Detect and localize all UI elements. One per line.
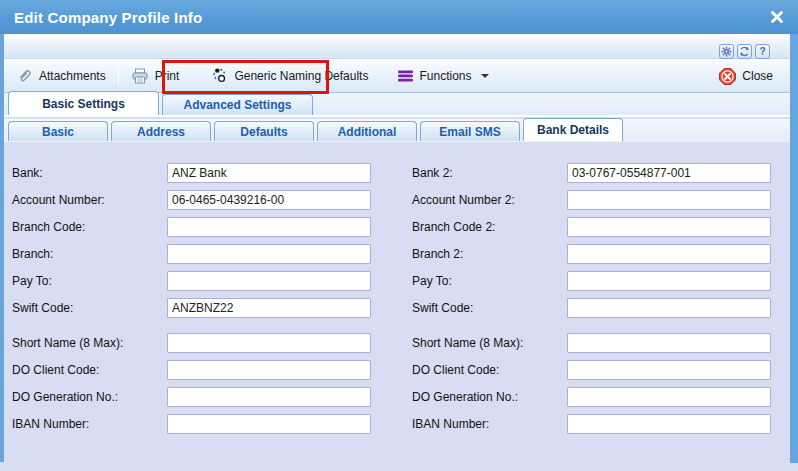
pay-to-label: Pay To:: [12, 274, 167, 288]
form-row: Short Name (8 Max):: [12, 333, 380, 353]
swift-code-2-input[interactable]: [567, 298, 771, 318]
close-label: Close: [742, 69, 773, 83]
secondary-strip: ?: [4, 34, 790, 59]
do-client-code-label: DO Client Code:: [12, 363, 167, 377]
short-name-2-label: Short Name (8 Max):: [412, 336, 567, 350]
close-icon[interactable]: [769, 9, 785, 25]
form-row: Bank 2:: [412, 163, 780, 183]
do-generation-no-input[interactable]: [167, 387, 371, 407]
account-number-label: Account Number:: [12, 193, 167, 207]
branch-label: Branch:: [12, 247, 167, 261]
form-row: DO Generation No.:: [412, 387, 780, 407]
form-row: Bank:: [12, 163, 380, 183]
subtab-defaults[interactable]: Defaults: [214, 121, 314, 141]
iban-number-2-input[interactable]: [567, 414, 771, 434]
gear-icon: [721, 46, 732, 57]
branch-code-2-label: Branch Code 2:: [412, 220, 567, 234]
swift-code-input[interactable]: [167, 298, 371, 318]
form-row: Pay To:: [12, 271, 380, 291]
short-name-label: Short Name (8 Max):: [12, 336, 167, 350]
sub-tabs: Basic Address Defaults Additional Email …: [4, 119, 790, 142]
print-label: Print: [155, 69, 180, 83]
short-name-2-input[interactable]: [567, 333, 771, 353]
form-row: Short Name (8 Max):: [412, 333, 780, 353]
form-row: Swift Code:: [412, 298, 780, 318]
subtab-bank-details[interactable]: Bank Details: [523, 118, 623, 141]
edit-company-profile-dialog: Edit Company Profile Info: [0, 0, 798, 471]
do-generation-no-2-label: DO Generation No.:: [412, 390, 567, 404]
form-row: DO Client Code:: [12, 360, 380, 380]
subtab-address[interactable]: Address: [111, 121, 211, 141]
form-row: Branch Code:: [12, 217, 380, 237]
window-border-right: [790, 0, 798, 463]
branch-input[interactable]: [167, 244, 371, 264]
account-number-2-input[interactable]: [567, 190, 771, 210]
account-number-2-label: Account Number 2:: [412, 193, 567, 207]
branch-2-label: Branch 2:: [412, 247, 567, 261]
form-row: Account Number:: [12, 190, 380, 210]
iban-number-2-label: IBAN Number:: [412, 417, 567, 431]
help-icon: ?: [759, 47, 765, 57]
subtab-basic[interactable]: Basic: [8, 121, 108, 141]
pay-to-2-input[interactable]: [567, 271, 771, 291]
main-tabs: Basic Settings Advanced Settings: [4, 93, 790, 117]
generic-naming-defaults-button[interactable]: Generic Naming Defaults: [202, 63, 377, 89]
do-client-code-input[interactable]: [167, 360, 371, 380]
functions-label: Functions: [419, 69, 471, 83]
tab-basic-settings[interactable]: Basic Settings: [8, 91, 159, 115]
subtab-label: Address: [137, 125, 185, 139]
printer-icon: [131, 68, 149, 84]
branch-code-2-input[interactable]: [567, 217, 771, 237]
tab-advanced-settings[interactable]: Advanced Settings: [162, 94, 313, 115]
do-client-code-2-input[interactable]: [567, 360, 771, 380]
form-row: Branch 2:: [412, 244, 780, 264]
subtab-email-sms[interactable]: Email SMS: [420, 121, 520, 141]
form-row: DO Generation No.:: [12, 387, 380, 407]
bank-input[interactable]: [167, 163, 371, 183]
form-column-left: Bank: Account Number: Branch Code: Branc…: [12, 163, 380, 441]
subtab-additional[interactable]: Additional: [317, 121, 417, 141]
pay-to-input[interactable]: [167, 271, 371, 291]
account-number-input[interactable]: [167, 190, 371, 210]
functions-menu-button[interactable]: Functions: [389, 63, 498, 89]
subtab-label: Basic: [42, 125, 74, 139]
iban-number-input[interactable]: [167, 414, 371, 434]
pay-to-2-label: Pay To:: [412, 274, 567, 288]
tab-label: Advanced Settings: [183, 98, 291, 112]
subtab-label: Defaults: [240, 125, 287, 139]
paperclip-icon: [17, 68, 33, 84]
functions-menu-icon: [398, 70, 413, 82]
refresh-button[interactable]: [737, 44, 752, 59]
branch-code-label: Branch Code:: [12, 220, 167, 234]
help-button[interactable]: ?: [755, 44, 770, 59]
generic-naming-defaults-label: Generic Naming Defaults: [234, 69, 368, 83]
toolbar-separator: [118, 66, 119, 86]
tab-label: Basic Settings: [42, 97, 125, 111]
form-row: IBAN Number:: [12, 414, 380, 434]
toolbar: Attachments Print Generic Naming Default…: [4, 59, 790, 93]
branch-2-input[interactable]: [567, 244, 771, 264]
close-button[interactable]: Close: [710, 63, 782, 89]
close-stop-icon: [719, 68, 736, 85]
titlebar: Edit Company Profile Info: [0, 0, 798, 34]
swift-code-label: Swift Code:: [12, 301, 167, 315]
form-row: Branch:: [12, 244, 380, 264]
attachments-label: Attachments: [39, 69, 106, 83]
bank-2-input[interactable]: [567, 163, 771, 183]
settings-gear-button[interactable]: [719, 44, 734, 59]
form-row: Pay To:: [412, 271, 780, 291]
refresh-icon: [739, 46, 750, 57]
bank-details-panel: Bank: Account Number: Branch Code: Branc…: [4, 142, 790, 471]
print-button[interactable]: Print: [122, 63, 189, 89]
attachments-button[interactable]: Attachments: [8, 63, 115, 89]
branch-code-input[interactable]: [167, 217, 371, 237]
short-name-input[interactable]: [167, 333, 371, 353]
form-row: Account Number 2:: [412, 190, 780, 210]
bank-2-label: Bank 2:: [412, 166, 567, 180]
swift-code-2-label: Swift Code:: [412, 301, 567, 315]
form-row: Branch Code 2:: [412, 217, 780, 237]
form-row: DO Client Code:: [412, 360, 780, 380]
window-title: Edit Company Profile Info: [0, 9, 202, 26]
do-generation-no-2-input[interactable]: [567, 387, 771, 407]
subtab-label: Bank Details: [537, 123, 609, 137]
